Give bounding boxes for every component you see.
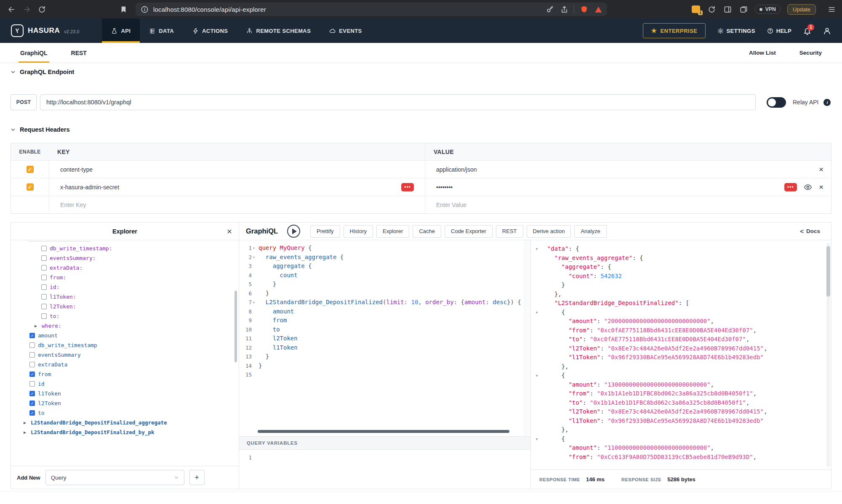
help-button[interactable]: HELP — [767, 28, 791, 34]
query-code-line[interactable]: amount — [258, 307, 530, 316]
field-checkbox[interactable] — [29, 381, 35, 387]
explorer-root-field[interactable]: ▶L2StandardBridge_DepositFinalized_by_pk — [11, 427, 239, 437]
http-method-button[interactable]: POST — [11, 94, 37, 110]
enable-checkbox[interactable]: ✓ — [27, 183, 34, 191]
query-code-line[interactable]: raw_events_aggregate { — [258, 253, 530, 262]
update-button[interactable]: Update — [787, 4, 816, 15]
explorer-argument[interactable]: to: — [11, 311, 239, 321]
back-icon[interactable] — [7, 5, 16, 14]
header-value[interactable]: application/json — [436, 166, 477, 173]
warning-icon[interactable] — [594, 5, 603, 14]
sync-icon[interactable] — [707, 5, 716, 14]
execute-query-button[interactable] — [287, 225, 300, 238]
argument-checkbox[interactable] — [41, 265, 47, 271]
fold-icon[interactable]: ▾ — [533, 437, 540, 441]
cache-button[interactable]: Cache — [413, 225, 441, 238]
reveal-secret-icon[interactable] — [804, 183, 812, 191]
tab-graphiql[interactable]: GraphiQL — [19, 43, 49, 63]
argument-checkbox[interactable] — [41, 275, 47, 280]
explorer-field[interactable]: eventsSummary — [11, 350, 239, 360]
explorer-field[interactable]: extraData — [11, 360, 239, 369]
relay-api-toggle[interactable] — [767, 97, 786, 108]
reload-icon[interactable] — [37, 5, 46, 14]
analyze-button[interactable]: Analyze — [574, 225, 606, 238]
explorer-argument[interactable]: l2Token: — [11, 302, 239, 311]
explorer-button[interactable]: Explorer — [376, 225, 409, 238]
rest-button[interactable]: REST — [496, 225, 523, 238]
field-checkbox[interactable]: ✓ — [29, 410, 35, 416]
add-new-select[interactable]: Query — [45, 470, 184, 485]
nav-item-events[interactable]: EVENTS — [320, 19, 371, 43]
query-code-line[interactable]: l2Token — [258, 334, 530, 343]
explorer-field[interactable]: db_write_timestamp — [11, 340, 239, 350]
explorer-field[interactable]: ✓from — [11, 369, 239, 379]
forward-icon[interactable] — [22, 5, 31, 14]
nav-item-data[interactable]: DATA — [140, 19, 183, 43]
argument-checkbox[interactable] — [41, 304, 47, 309]
tab-rest[interactable]: REST — [69, 43, 88, 63]
remove-header-icon[interactable]: × — [819, 183, 823, 191]
code-exporter-button[interactable]: Code Exporter — [445, 225, 493, 238]
header-value[interactable]: •••••••• — [436, 184, 453, 191]
query-variables-editor[interactable]: 1▾ — [239, 450, 530, 489]
security-link[interactable]: Security — [799, 50, 822, 56]
fold-icon[interactable]: ▾ — [533, 247, 540, 251]
explorer-argument[interactable]: eventsSummary: — [11, 253, 239, 263]
explorer-scrollbar[interactable] — [234, 291, 237, 362]
nav-item-api[interactable]: API — [102, 19, 140, 43]
field-checkbox[interactable] — [29, 342, 35, 348]
docs-button[interactable]: < Docs — [800, 228, 824, 235]
query-code-line[interactable]: count — [258, 271, 530, 280]
explorer-argument-where[interactable]: ▶where: — [11, 321, 239, 331]
allow-list-link[interactable]: Allow List — [749, 50, 776, 56]
headers-section-header[interactable]: Request Headers — [11, 126, 69, 133]
hasura-logo[interactable]: HASURA v2.23.0 — [0, 19, 85, 43]
close-icon[interactable]: × — [227, 226, 232, 236]
field-checkbox[interactable]: ✓ — [29, 391, 35, 396]
shield-icon[interactable] — [579, 5, 589, 14]
menu-icon[interactable] — [827, 5, 836, 14]
derive-action-button[interactable]: Derive action — [527, 225, 571, 238]
query-code-line[interactable]: } — [258, 361, 530, 371]
tab-view-icon[interactable] — [739, 5, 748, 14]
extension-icon[interactable]: 1 — [692, 5, 700, 13]
argument-checkbox[interactable] — [41, 255, 47, 261]
query-code-line[interactable]: aggregate { — [258, 262, 530, 271]
password-manager-icon[interactable]: ••• — [401, 183, 414, 191]
argument-checkbox[interactable] — [41, 294, 47, 300]
fold-icon[interactable]: ▾ — [533, 373, 540, 378]
share-icon[interactable] — [560, 5, 569, 14]
user-menu-button[interactable] — [823, 27, 831, 35]
enterprise-button[interactable]: ★ ENTERPRISE — [643, 23, 705, 38]
query-code-line[interactable]: } — [258, 280, 530, 289]
explorer-root-field[interactable]: ▶L2StandardBridge_DepositFinalized_aggre… — [11, 418, 239, 427]
nav-item-remote-schemas[interactable]: REMOTE SCHEMAS — [237, 19, 320, 43]
explorer-argument[interactable]: id: — [11, 282, 239, 292]
fold-icon[interactable]: ▾ — [253, 246, 257, 250]
sidebar-toggle-icon[interactable] — [723, 5, 732, 14]
query-code-line[interactable]: query MyQuery { — [258, 244, 530, 253]
argument-checkbox[interactable] — [41, 313, 47, 319]
query-variables-header[interactable]: QUERY VARIABLES — [239, 436, 530, 450]
field-checkbox[interactable]: ✓ — [29, 401, 35, 406]
add-operation-button[interactable]: + — [189, 470, 205, 485]
enable-checkbox[interactable]: ✓ — [27, 166, 34, 173]
site-info-icon[interactable] — [140, 5, 149, 14]
settings-button[interactable]: SETTINGS — [717, 28, 755, 34]
history-button[interactable]: History — [344, 225, 373, 238]
query-editor[interactable]: 1▾2▾3▾4▾5▾6▾7▾8▾9▾10▾11▾12▾13▾14▾15▾ que… — [239, 240, 530, 436]
header-key[interactable]: content-type — [60, 166, 93, 173]
password-manager-icon[interactable]: ••• — [784, 183, 797, 191]
explorer-field[interactable]: ✓to — [11, 408, 239, 418]
explorer-field[interactable]: id — [11, 379, 239, 389]
vpn-badge[interactable]: VPN — [755, 5, 781, 14]
prettify-button[interactable]: Prettify — [310, 225, 340, 238]
remove-header-icon[interactable]: × — [819, 165, 823, 173]
url-text[interactable]: localhost:8080/console/api/api-explorer — [153, 6, 266, 13]
nav-item-actions[interactable]: ACTIONS — [183, 19, 237, 43]
value-input[interactable]: Enter Value — [436, 202, 466, 208]
explorer-field[interactable]: ✓l2Token — [11, 398, 239, 408]
field-checkbox[interactable]: ✓ — [29, 371, 35, 377]
explorer-field[interactable]: ✓amount — [11, 331, 239, 340]
bookmark-icon[interactable] — [119, 5, 128, 14]
